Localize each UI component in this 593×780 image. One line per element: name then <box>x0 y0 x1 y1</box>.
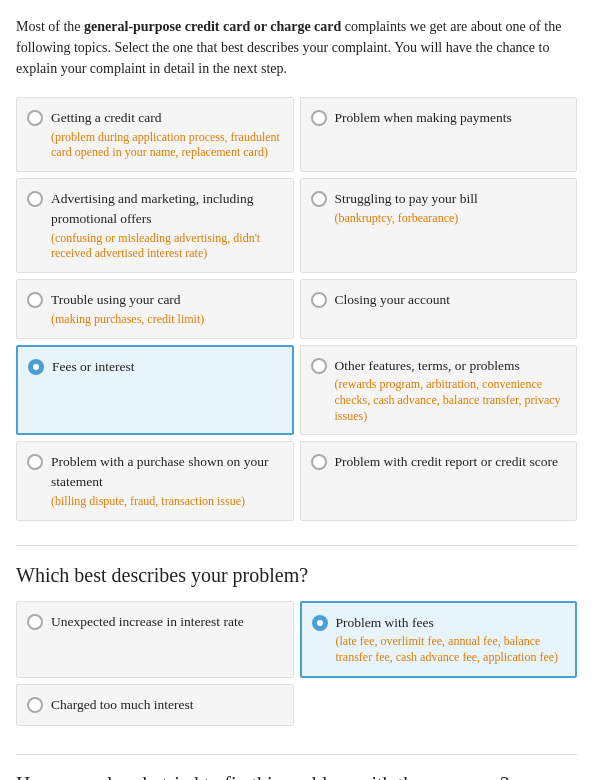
sub-option-problem-with-fees[interactable]: Problem with fees (late fee, overlimit f… <box>300 601 578 678</box>
topic-option-problem-making-payments[interactable]: Problem when making payments <box>300 97 578 172</box>
radio-problem-purchase <box>27 454 43 470</box>
topic-option-problem-credit-report[interactable]: Problem with credit report or credit sco… <box>300 441 578 520</box>
radio-advertising-marketing <box>27 191 43 207</box>
topic-option-closing-account[interactable]: Closing your account <box>300 279 578 338</box>
radio-getting-credit-card <box>27 110 43 126</box>
radio-closing-account <box>311 292 327 308</box>
option-label-other-features: Other features, terms, or problems <box>335 358 520 373</box>
section-divider-2 <box>16 754 577 755</box>
sub-options-grid: Unexpected increase in interest rate Pro… <box>16 601 577 726</box>
option-sub-struggling-pay-bill: (bankruptcy, forbearance) <box>335 211 567 227</box>
option-label-struggling-pay-bill: Struggling to pay your bill <box>335 191 478 206</box>
topic-option-trouble-using-card[interactable]: Trouble using your card (making purchase… <box>16 279 294 338</box>
option-sub-advertising-marketing: (confusing or misleading advertising, di… <box>51 231 283 262</box>
sub-label-charged-too-much: Charged too much interest <box>51 697 194 712</box>
sub-section-title: Which best describes your problem? <box>16 564 577 587</box>
option-label-trouble-using-card: Trouble using your card <box>51 292 181 307</box>
option-sub-getting-credit-card: (problem during application process, fra… <box>51 130 283 161</box>
option-sub-trouble-using-card: (making purchases, credit limit) <box>51 312 283 328</box>
topic-option-getting-credit-card[interactable]: Getting a credit card (problem during ap… <box>16 97 294 172</box>
radio-problem-credit-report <box>311 454 327 470</box>
topic-option-other-features[interactable]: Other features, terms, or problems (rewa… <box>300 345 578 436</box>
topic-options-grid: Getting a credit card (problem during ap… <box>16 97 577 521</box>
topic-option-advertising-marketing[interactable]: Advertising and marketing, including pro… <box>16 178 294 273</box>
sub-option-charged-too-much[interactable]: Charged too much interest <box>16 684 294 726</box>
option-label-problem-credit-report: Problem with credit report or credit sco… <box>335 454 558 469</box>
option-label-problem-purchase: Problem with a purchase shown on your st… <box>51 454 268 489</box>
option-label-problem-making-payments: Problem when making payments <box>335 110 512 125</box>
radio-trouble-using-card <box>27 292 43 308</box>
fix-section-title: Have you already tried to fix this probl… <box>16 773 577 780</box>
section-divider <box>16 545 577 546</box>
radio-unexpected-increase <box>27 614 43 630</box>
fix-section: Have you already tried to fix this probl… <box>16 773 577 780</box>
topic-option-fees-interest[interactable]: Fees or interest <box>16 345 294 436</box>
option-label-closing-account: Closing your account <box>335 292 450 307</box>
option-sub-problem-purchase: (billing dispute, fraud, transaction iss… <box>51 494 283 510</box>
radio-problem-with-fees <box>312 615 328 631</box>
radio-problem-making-payments <box>311 110 327 126</box>
option-label-advertising-marketing: Advertising and marketing, including pro… <box>51 191 253 226</box>
sub-label-problem-with-fees: Problem with fees <box>336 615 434 630</box>
option-label-fees-interest: Fees or interest <box>52 359 134 374</box>
topic-option-struggling-pay-bill[interactable]: Struggling to pay your bill (bankruptcy,… <box>300 178 578 273</box>
sub-option-unexpected-increase[interactable]: Unexpected increase in interest rate <box>16 601 294 678</box>
radio-charged-too-much <box>27 697 43 713</box>
intro-paragraph: Most of the general-purpose credit card … <box>16 16 577 79</box>
sub-label-unexpected-increase: Unexpected increase in interest rate <box>51 614 244 629</box>
radio-other-features <box>311 358 327 374</box>
option-sub-other-features: (rewards program, arbitration, convenien… <box>335 377 567 424</box>
option-label-getting-credit-card: Getting a credit card <box>51 110 162 125</box>
radio-struggling-pay-bill <box>311 191 327 207</box>
radio-fees-interest <box>28 359 44 375</box>
topic-option-problem-purchase[interactable]: Problem with a purchase shown on your st… <box>16 441 294 520</box>
sub-sublabel-problem-with-fees: (late fee, overlimit fee, annual fee, ba… <box>336 634 566 665</box>
